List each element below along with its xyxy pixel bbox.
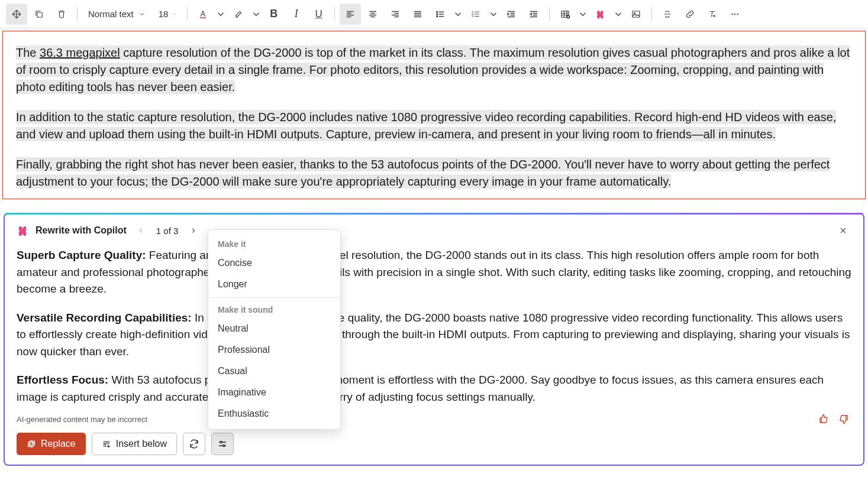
indent-increase-button[interactable] <box>501 4 522 25</box>
thumbs-down-button[interactable] <box>836 411 851 427</box>
font-size-select[interactable]: 18 <box>153 4 182 25</box>
font-color-dropdown[interactable] <box>215 4 227 25</box>
underline-button[interactable]: U <box>308 4 330 25</box>
svg-point-4 <box>436 15 437 17</box>
image-button[interactable] <box>625 4 647 25</box>
bullet-list-button[interactable] <box>430 4 451 25</box>
tone-option-neutral[interactable]: Neutral <box>208 318 340 339</box>
svg-rect-0 <box>37 12 42 17</box>
tone-option-concise[interactable]: Concise <box>208 252 340 274</box>
align-justify-button[interactable] <box>407 4 428 25</box>
svg-point-3 <box>436 14 437 15</box>
tone-option-professional[interactable]: Professional <box>208 339 340 361</box>
copilot-title: Rewrite with Copilot <box>36 225 127 236</box>
svg-point-14 <box>737 13 738 14</box>
menu-separator <box>208 297 340 298</box>
copilot-suggestion-body: Superb Capture Quality: Featuring an imp… <box>17 247 851 405</box>
table-button[interactable] <box>554 4 576 25</box>
regenerate-button[interactable] <box>183 433 205 455</box>
move-handle-icon[interactable] <box>6 4 27 25</box>
font-color-button[interactable] <box>192 4 214 25</box>
thumbs-up-button[interactable] <box>816 411 831 427</box>
suggestion-paragraph: Versatile Recording Capabilities: In add… <box>17 310 851 361</box>
bullet-list-dropdown[interactable] <box>452 4 464 25</box>
copy-icon[interactable] <box>28 4 50 25</box>
copilot-dropdown[interactable] <box>612 4 624 25</box>
clear-format-button[interactable] <box>702 4 723 25</box>
highlight-dropdown[interactable] <box>250 4 262 25</box>
svg-point-16 <box>223 445 225 447</box>
doc-paragraph[interactable]: The 36.3 megapixel capture resolution of… <box>16 44 852 96</box>
doc-paragraph[interactable]: In addition to the static capture resolu… <box>16 109 852 143</box>
indent-decrease-button[interactable] <box>523 4 544 25</box>
svg-rect-10 <box>633 11 640 17</box>
align-center-button[interactable] <box>362 4 383 25</box>
link-button[interactable] <box>679 4 701 25</box>
bold-button[interactable]: B <box>263 4 285 25</box>
table-dropdown[interactable] <box>577 4 589 25</box>
align-left-button[interactable] <box>340 4 361 25</box>
highlight-button[interactable] <box>228 4 249 25</box>
tone-section-header: Make it sound <box>208 300 340 318</box>
close-panel-button[interactable] <box>835 222 851 239</box>
tone-option-imaginative[interactable]: Imaginative <box>208 382 340 403</box>
svg-point-12 <box>731 13 733 14</box>
insert-below-button[interactable]: Insert below <box>92 433 177 455</box>
svg-rect-1 <box>199 17 206 18</box>
next-suggestion-button[interactable] <box>185 222 202 239</box>
text-style-label: Normal text <box>88 9 134 19</box>
tone-adjust-menu: Make it Concise Longer Make it sound Neu… <box>208 229 341 430</box>
delete-icon[interactable] <box>51 4 72 25</box>
suggestion-paragraph: Effortless Focus: With 53 autofocus poin… <box>17 372 851 405</box>
svg-point-2 <box>436 11 437 12</box>
copilot-logo-icon <box>17 224 30 237</box>
document-content[interactable]: The 36.3 megapixel capture resolution of… <box>2 31 866 199</box>
suggestion-counter: 1 of 3 <box>156 226 179 236</box>
more-options-button[interactable] <box>724 4 746 25</box>
prev-suggestion-button[interactable] <box>133 222 149 239</box>
number-list-button[interactable]: 123 <box>465 4 486 25</box>
text-style-select[interactable]: Normal text <box>82 4 151 25</box>
svg-point-15 <box>220 442 222 443</box>
copilot-header: Rewrite with Copilot 1 of 3 <box>17 222 851 239</box>
copilot-rewrite-panel: Rewrite with Copilot 1 of 3 Superb Captu… <box>4 213 864 466</box>
strikethrough-button[interactable] <box>657 4 678 25</box>
font-size-value: 18 <box>159 9 169 19</box>
align-right-button[interactable] <box>385 4 406 25</box>
ai-disclaimer: AI-generated content may be incorrect <box>17 415 147 424</box>
tone-option-longer[interactable]: Longer <box>208 274 340 295</box>
megapixel-link[interactable]: 36.3 megapixel <box>40 46 120 59</box>
italic-button[interactable]: I <box>286 4 307 25</box>
svg-text:3: 3 <box>472 15 473 18</box>
tone-option-enthusiastic[interactable]: Enthusiastic <box>208 403 340 424</box>
tone-section-header: Make it <box>208 235 340 252</box>
adjust-tone-button[interactable] <box>211 433 234 455</box>
copilot-button[interactable] <box>590 4 611 25</box>
svg-point-13 <box>734 13 735 14</box>
doc-paragraph[interactable]: Finally, grabbing the right shot has nev… <box>16 156 852 190</box>
tone-option-casual[interactable]: Casual <box>208 361 340 382</box>
replace-button[interactable]: Replace <box>17 433 86 455</box>
number-list-dropdown[interactable] <box>488 4 499 25</box>
suggestion-paragraph: Superb Capture Quality: Featuring an imp… <box>17 247 851 298</box>
formatting-toolbar: Normal text 18 B I U 123 <box>0 0 868 28</box>
